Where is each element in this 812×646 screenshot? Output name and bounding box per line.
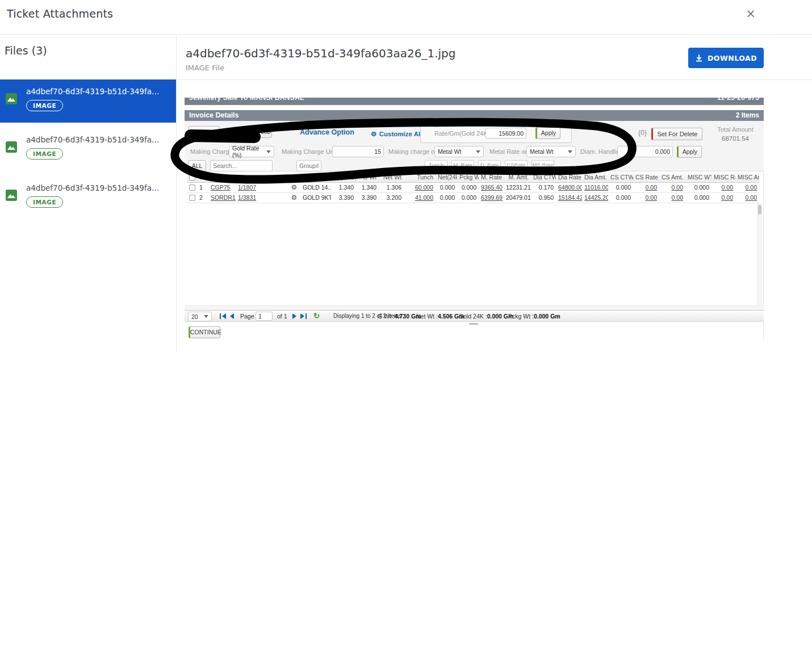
club-job-button[interactable]: Club Job bbox=[246, 126, 272, 138]
last-page-button[interactable] bbox=[300, 313, 307, 319]
col-cs-ctw[interactable]: CS CTW bbox=[608, 172, 633, 182]
download-button[interactable]: DOWNLOAD bbox=[688, 48, 764, 68]
csrate-total-box[interactable]: CSRate bbox=[505, 160, 528, 170]
select-all-checkbox[interactable] bbox=[189, 174, 195, 181]
sidebar-divider bbox=[176, 34, 177, 352]
row-settings-icon[interactable]: ⚙ bbox=[291, 194, 298, 202]
col-misc-wt[interactable]: MISC WT bbox=[685, 172, 711, 182]
vertical-scrollbar-thumb[interactable] bbox=[758, 205, 761, 215]
row-checkbox[interactable] bbox=[189, 184, 195, 191]
design-link[interactable]: CGP75 bbox=[211, 184, 230, 191]
file-list-item-2[interactable]: a4dbef70-6d3f-4319-b51d-349fa… IMAGE bbox=[0, 128, 176, 171]
dia-amt-link[interactable]: 11016.00 bbox=[584, 184, 608, 191]
col-misc-amt[interactable]: MISC Amt. bbox=[735, 172, 759, 182]
col-dia-ctw[interactable]: Dia CTW bbox=[531, 172, 556, 182]
col-cs-amt[interactable]: CS Amt. bbox=[659, 172, 685, 182]
file-list-item-3[interactable]: a4dbef70-6d3f-4319-b51d-349fa… IMAGE bbox=[0, 176, 176, 219]
download-icon bbox=[695, 54, 703, 62]
tunch-link[interactable]: 60.000 bbox=[415, 184, 433, 191]
cell-wt-gd: 1.340 bbox=[331, 182, 356, 192]
col-hidden[interactable] bbox=[272, 172, 288, 182]
outer-scrollbar-thumb[interactable] bbox=[469, 323, 478, 325]
col-metal[interactable] bbox=[300, 172, 331, 182]
row-settings-icon[interactable]: ⚙ bbox=[291, 183, 298, 191]
metal-rate-on-value: Metal Wt bbox=[530, 148, 553, 155]
col-hidden[interactable] bbox=[236, 172, 272, 182]
next-page-button[interactable] bbox=[292, 313, 296, 319]
set-for-delete-button[interactable]: Set For Delete bbox=[651, 128, 702, 140]
col-misc-rate[interactable]: MISC Rate bbox=[711, 172, 735, 182]
misc-amt-link[interactable]: 0.00 bbox=[746, 194, 757, 201]
misc-rate-link[interactable]: 0.00 bbox=[722, 184, 733, 191]
design-link[interactable]: SORDR1885 bbox=[211, 194, 236, 201]
misc-amt-link[interactable]: 0.00 bbox=[746, 184, 757, 191]
making-charge-on-dropdown[interactable]: Metal Wt bbox=[434, 146, 484, 157]
diam-handling-input[interactable] bbox=[617, 146, 673, 157]
first-page-button[interactable] bbox=[220, 313, 226, 319]
m-rate-link[interactable]: 9365.40 bbox=[481, 184, 503, 191]
horizontal-scrollbar[interactable] bbox=[185, 305, 764, 310]
search-input[interactable] bbox=[210, 160, 273, 171]
cs-amt-link[interactable]: 0.00 bbox=[672, 194, 683, 201]
rate-input[interactable] bbox=[485, 128, 526, 139]
file-list-item-1[interactable]: a4dbef70-6d3f-4319-b51d-349fa… IMAGE bbox=[0, 79, 176, 123]
tunch-link[interactable]: 41.000 bbox=[415, 194, 433, 201]
continue-button[interactable]: CONTINUE bbox=[189, 326, 220, 338]
cell-cs-ctw: 0.000 bbox=[608, 192, 633, 203]
page-size-dropdown[interactable]: 20 bbox=[188, 312, 212, 321]
vertical-scrollbar[interactable] bbox=[757, 203, 762, 305]
col-net-wt[interactable]: Net Wt bbox=[379, 172, 404, 182]
all-filter-button[interactable]: ALL bbox=[188, 160, 206, 171]
col-m-amt[interactable]: M. Amt. bbox=[504, 172, 531, 182]
mrate-total-box[interactable]: M. Rate bbox=[451, 160, 474, 170]
page-size-value: 20 bbox=[191, 313, 198, 320]
cs-amt-link[interactable]: 0.00 bbox=[672, 184, 683, 191]
col-dia-amt[interactable]: Dia Amt. bbox=[582, 172, 608, 182]
col-pckg-wt[interactable]: Pckg Wt bbox=[457, 172, 479, 182]
col-m-rate[interactable]: M. Rate bbox=[479, 172, 504, 182]
gold24k-summary: Gold 24K :0.000 Gm bbox=[459, 313, 513, 320]
advance-option-link[interactable]: Advance Option bbox=[300, 128, 354, 136]
page-number-input[interactable] bbox=[256, 312, 273, 321]
refresh-icon[interactable]: ↻ bbox=[313, 312, 320, 320]
dia-amt-link[interactable]: 14425.20 bbox=[584, 194, 608, 201]
group-filter-input[interactable] bbox=[296, 160, 321, 171]
table-row[interactable]: 1 CGP75 1/1807 ⚙ GOLD 14... 1.340 1.340 … bbox=[187, 182, 759, 192]
metal-rate-on-dropdown[interactable]: Metal Wt bbox=[526, 146, 576, 157]
prev-page-button[interactable] bbox=[230, 313, 234, 319]
making-charge-dropdown[interactable]: Gold Rate (%) bbox=[229, 146, 274, 157]
customize-all-link[interactable]: ⚙ Customize All bbox=[371, 128, 422, 139]
close-icon[interactable]: × bbox=[743, 6, 759, 22]
tunch-total-box[interactable]: Tunch bbox=[425, 160, 447, 170]
row-checkbox[interactable] bbox=[189, 195, 195, 201]
order-link[interactable]: 1/1807 bbox=[238, 184, 256, 191]
customize-all-label: Customize All bbox=[379, 131, 422, 137]
col-hidden[interactable] bbox=[288, 172, 300, 182]
cell-m-amt: 12231.21 bbox=[504, 182, 531, 192]
col-tunch[interactable]: Tunch bbox=[404, 172, 436, 182]
col-dia-rate[interactable]: Dia Rate bbox=[556, 172, 582, 182]
making-charge-unit-input[interactable] bbox=[332, 146, 384, 157]
col-cs-rate[interactable]: CS Rate bbox=[633, 172, 659, 182]
order-link[interactable]: 1/3831 bbox=[238, 194, 256, 201]
dia-rate-link[interactable]: 64800.00 bbox=[558, 184, 582, 191]
rate-apply-button[interactable]: Apply bbox=[535, 127, 560, 139]
invoice-details-bar: Invoice Details 2 Items bbox=[185, 110, 764, 121]
col-net24k[interactable]: Net(24k) bbox=[436, 172, 457, 182]
msrate-total-box[interactable]: MS.Rate bbox=[531, 160, 554, 170]
misc-rate-link[interactable]: 0.00 bbox=[722, 194, 733, 201]
col-wt-gd[interactable]: Wt(G+D) bbox=[331, 172, 356, 182]
m-rate-link[interactable]: 6399.69 bbox=[481, 194, 503, 201]
add-items-button[interactable]: Add Items bbox=[188, 126, 220, 138]
col-g-wt[interactable]: G Wt bbox=[356, 172, 379, 182]
col-sr[interactable]: Sr# bbox=[197, 172, 208, 182]
drate-total-box[interactable]: D. Rate bbox=[478, 160, 501, 170]
header-divider bbox=[0, 34, 812, 35]
dia-rate-link[interactable]: 15184.42 bbox=[558, 194, 582, 201]
col-desg[interactable]: Desg... bbox=[208, 172, 236, 182]
diam-apply-button[interactable]: Apply bbox=[677, 146, 702, 158]
file-name: a4dbef70-6d3f-4319-b51d-349fa… bbox=[26, 183, 168, 192]
cs-rate-link[interactable]: 0.00 bbox=[646, 184, 657, 191]
cs-rate-link[interactable]: 0.00 bbox=[646, 194, 657, 201]
table-row[interactable]: 2 SORDR1885 1/3831 ⚙ GOLD 9KT 3.390 3.39… bbox=[187, 192, 759, 203]
